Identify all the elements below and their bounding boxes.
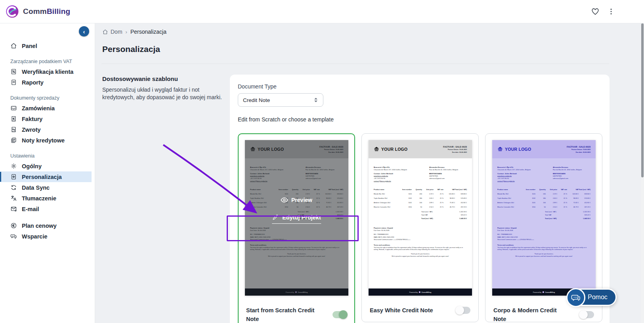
- document-type-label: Document Type: [238, 83, 610, 90]
- breadcrumb: Dom › Personalizacja: [102, 29, 166, 35]
- sidebar-item-ogólny[interactable]: Ogólny: [0, 161, 92, 171]
- invoice-total-row: Total VAT323.22 €: [374, 214, 467, 216]
- sidebar-item-tłumaczenie[interactable]: Tłumaczenie: [0, 193, 92, 204]
- sidebar-section-label: Ustawienia: [0, 152, 95, 160]
- breadcrumb-current: Personalizacja: [130, 29, 166, 35]
- scrollbar-thumb[interactable]: [641, 23, 644, 177]
- document-percent-icon: [10, 68, 17, 75]
- document-icon: [10, 79, 17, 86]
- template-label-row: Corpo & Modern Credit Note: [492, 306, 596, 323]
- sidebar-collapse-button[interactable]: ‹: [79, 26, 89, 37]
- sidebar-item-label: Data Sync: [22, 185, 50, 191]
- sidebar-item-faktury[interactable]: Faktury: [0, 113, 92, 124]
- intro-column: Dostosowywanie szablonu Spersonalizuj uk…: [102, 75, 223, 101]
- invoice-buyer-block: Alexandra DervauxRue du Marché 42, 1050 …: [429, 166, 467, 182]
- page-title: Personalizacja: [102, 44, 160, 54]
- invoice-meta: FACTUUR : SALE-0023Factuur Datum: 19-06-…: [567, 146, 590, 153]
- sidebar-section-label: Zarządzanie podatkiem VAT: [0, 58, 95, 65]
- invoice-total-row: Total (incl. VAT)1,645.55 €: [497, 217, 590, 219]
- sidebar-item-panel[interactable]: Panel: [0, 40, 92, 51]
- template-card-1[interactable]: YOUR LOGOFACTUUR : SALE-0023Factuur Datu…: [238, 133, 355, 323]
- sidebar-item-label: Personalizacja: [22, 174, 62, 180]
- mail-gear-icon: [10, 206, 17, 212]
- sidebar-item-label: Faktury: [22, 116, 42, 122]
- help-button-label: Pomoc: [588, 294, 608, 301]
- page-scrollbar: [641, 23, 644, 323]
- templates-panel: Document Type Credit Note Edit from Scra…: [230, 75, 610, 323]
- home-icon: [102, 29, 108, 35]
- eye-icon: [281, 197, 288, 203]
- template-toggle[interactable]: [580, 311, 594, 318]
- edit-project-button[interactable]: Edytuj Projekt: [272, 214, 321, 224]
- invoice-terms: Terms and conditionsYou have the right t…: [497, 244, 590, 258]
- brand-logo[interactable]: CommBilling: [6, 5, 70, 18]
- sidebar-item-label: Zamówienia: [22, 105, 55, 112]
- toggle-knob: [455, 306, 464, 315]
- sidebar-item-wsparcie[interactable]: Wsparcie: [0, 231, 92, 242]
- template-name: Easy White Credit Note: [370, 306, 445, 315]
- document-type-select[interactable]: Credit Note: [238, 93, 323, 107]
- invoice-total-row: Total (excl. VAT)1,322.33 €: [497, 211, 590, 213]
- edit-project-button-label: Edytuj Projekt: [282, 214, 321, 221]
- sidebar-section-label: Dokumenty sprzedaży: [0, 94, 95, 102]
- orders-icon: [10, 105, 17, 112]
- sidebar-item-zwroty[interactable]: Zwroty: [0, 124, 92, 135]
- breadcrumb-home-link[interactable]: Dom: [102, 29, 122, 35]
- sidebar-nav: PanelZarządzanie podatkiem VATWeryfikacj…: [0, 23, 95, 242]
- template-preview[interactable]: YOUR LOGOFACTUUR : SALE-0023Factuur Datu…: [492, 140, 596, 296]
- invoice-line-item: Blonde Bio 33cl11202402.19 €21 %105.84 €…: [374, 193, 467, 195]
- gear-icon: [10, 163, 17, 169]
- toggle-knob: [339, 310, 348, 319]
- invoice-preview-document: YOUR LOGOFACTUUR : SALE-0023Factuur Datu…: [492, 140, 596, 296]
- invoice-total-row: Total (excl. VAT)1,322.33 €: [374, 211, 467, 213]
- invoice-buyer-block: Alexandra DervauxRue du Marché 42, 1050 …: [553, 166, 590, 182]
- triangle-logo-icon: [497, 147, 503, 152]
- home-icon: [10, 42, 17, 49]
- favorites-button[interactable]: [589, 5, 602, 18]
- support-chat-icon: [10, 233, 17, 240]
- invoice-line-item: Triple Houblon 33cl11321802.65 €21 %98.8…: [374, 197, 467, 199]
- sidebar-item-zamówienia[interactable]: Zamówienia: [0, 103, 92, 113]
- templates-subtitle: Edit from Scratch or choose a template: [238, 116, 610, 123]
- intro-description: Spersonalizuj układ i wygląd faktur i no…: [102, 86, 223, 101]
- invoice-logo: YOUR LOGO: [374, 147, 407, 152]
- invoice-terms: Terms and conditionsYou have the right t…: [374, 244, 467, 258]
- commbilling-mini-logo-icon: [542, 291, 544, 293]
- sidebar-item-e-mail[interactable]: E-mail: [0, 204, 92, 214]
- invoice-table-header: Product nameItem numberQuantityUnit pric…: [374, 188, 467, 190]
- top-bar: CommBilling: [0, 0, 644, 23]
- sidebar-item-plan-cenowy[interactable]: Plan cenowy: [0, 220, 92, 231]
- template-label-row: Start from Scratch Credit Note: [245, 306, 348, 323]
- help-button[interactable]: Pomoc: [568, 288, 617, 306]
- select-arrows-icon: [313, 97, 318, 103]
- invoice-line-item: Ambrée Châtaigne 44cl11411402.89 €21 %71…: [497, 202, 590, 204]
- invoice-line-item: Blanche Coriandre 33cl1150502.50 €21 %46…: [497, 206, 590, 208]
- sidebar-item-label: E-mail: [22, 206, 39, 212]
- preview-button-label: Preview: [291, 197, 312, 203]
- invoice-header: YOUR LOGOFACTUUR : SALE-0023Factuur Datu…: [369, 140, 472, 158]
- sidebar-item-personalizacja[interactable]: Personalizacja: [0, 171, 92, 182]
- commbilling-logo-icon: [6, 5, 19, 18]
- sidebar-item-weryfikacja-klienta[interactable]: Weryfikacja klienta: [0, 66, 92, 77]
- sidebar-item-noty-kredytowe[interactable]: Noty kredytowe: [0, 135, 92, 146]
- template-name: Start from Scratch Credit Note: [246, 306, 321, 323]
- intro-heading: Dostosowywanie szablonu: [102, 75, 223, 82]
- help-chat-icon: [566, 288, 585, 307]
- invoice-seller-block: Brasserie L'Épi d'OrChaussée de Wavre 21…: [374, 166, 423, 182]
- preview-button[interactable]: Preview: [245, 197, 348, 203]
- template-preview[interactable]: YOUR LOGOFACTUUR : SALE-0023Factuur Datu…: [369, 140, 472, 296]
- template-toggle[interactable]: [333, 311, 347, 318]
- kebab-menu-icon: [607, 8, 615, 15]
- invoice-line-item: Triple Houblon 33cl11321802.65 €21 %98.8…: [497, 197, 590, 199]
- sidebar-item-raporty[interactable]: Raporty: [0, 77, 92, 88]
- more-options-button[interactable]: [604, 5, 618, 18]
- sync-icon: [10, 184, 17, 191]
- invoice-line-item: Blanche Coriandre 33cl1150502.50 €21 %46…: [374, 206, 467, 208]
- template-card-2[interactable]: YOUR LOGOFACTUUR : SALE-0023Factuur Datu…: [361, 133, 479, 322]
- sidebar-item-data-sync[interactable]: Data Sync: [0, 182, 92, 193]
- template-toggle[interactable]: [456, 307, 470, 314]
- template-hover-overlay: PreviewEdytuj Projekt: [245, 140, 348, 296]
- sidebar: ‹ PanelZarządzanie podatkiem VATWeryfika…: [0, 23, 95, 323]
- template-preview[interactable]: YOUR LOGOFACTUUR : SALE-0023Factuur Datu…: [245, 140, 348, 296]
- template-label-row: Easy White Credit Note: [368, 306, 472, 315]
